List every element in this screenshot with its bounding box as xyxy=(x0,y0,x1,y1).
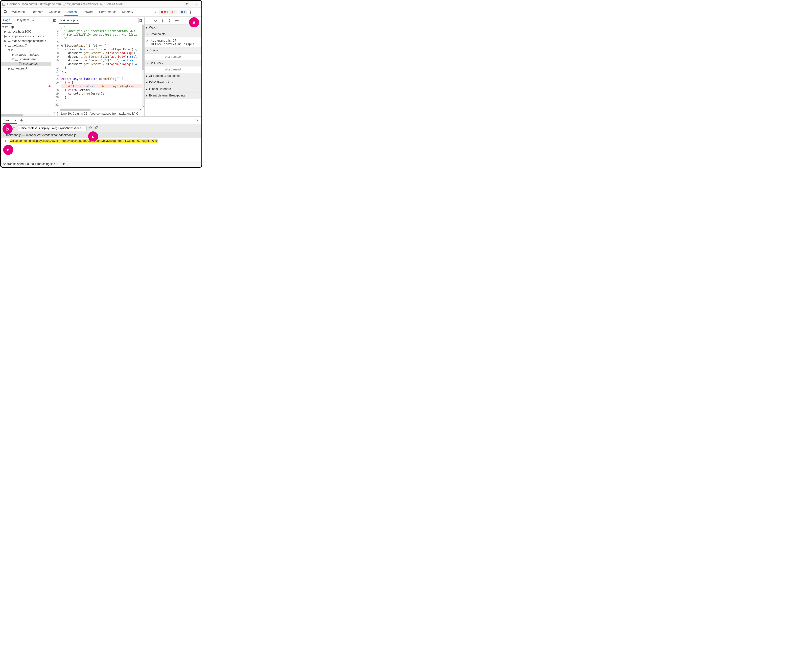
drawer-close-button[interactable]: × xyxy=(195,118,200,123)
breakpoint-checkbox[interactable]: ✓ xyxy=(146,39,149,42)
editor-hscrollbar[interactable]: ◀ ▶ xyxy=(60,108,142,111)
drawer-tab-close[interactable]: × xyxy=(14,119,16,122)
cloud-icon: ☁ xyxy=(8,39,11,43)
search-toolbar: Aa .* xyxy=(1,124,201,132)
search-input[interactable] xyxy=(18,126,87,131)
folder-icon xyxy=(15,53,18,56)
step-button[interactable] xyxy=(174,18,179,23)
file-tab-close-button[interactable]: × xyxy=(76,19,78,22)
window-title: DevTools - localhost:3000/taskpane.html?… xyxy=(7,2,172,6)
sourcemap-info: (source mapped from taskpane.js) C xyxy=(89,112,138,115)
global-label: Global Listeners xyxy=(149,87,171,91)
search-result-file[interactable]: ▼taskpane.js — webpack:///./src/taskpane… xyxy=(1,132,201,138)
tab-performance[interactable]: Performance xyxy=(96,8,119,16)
file-tabstrip: taskpane.js × xyxy=(51,17,144,24)
tree-src-taskpane[interactable]: ▼src/taskpane xyxy=(1,57,51,62)
editor-vscrollbar[interactable]: ▲ ▼ xyxy=(142,24,144,108)
file-tab-taskpane[interactable]: taskpane.js × xyxy=(58,17,80,24)
search-result-line[interactable]: 17 Office.context.ui.displayDialogAsync(… xyxy=(1,138,201,144)
file-tree[interactable]: ▼top ▶☁localhost:3000 ▶☁appsforoffice.mi… xyxy=(1,24,51,114)
tree-host-1[interactable]: ▶☁appsforoffice.microsoft.c xyxy=(1,34,51,39)
step-out-button[interactable] xyxy=(167,18,172,23)
callstack-not-paused: Not paused xyxy=(145,66,201,72)
search-result-file-label: taskpane.js — webpack:///./src/taskpane/… xyxy=(6,133,76,137)
window-minimize-button[interactable] xyxy=(174,1,182,8)
step-over-button[interactable] xyxy=(153,18,158,23)
global-pane-header[interactable]: ▶Global Listeners xyxy=(145,86,201,92)
tree-node-modules[interactable]: ▶node_modules xyxy=(1,52,51,57)
svg-point-27 xyxy=(155,21,156,22)
annotation-b: b xyxy=(3,124,13,134)
warnings-badge[interactable]: 1 xyxy=(170,10,177,14)
tabs-overflow-button[interactable]: » xyxy=(154,10,158,14)
refresh-search-button[interactable] xyxy=(89,126,93,131)
pause-button[interactable] xyxy=(146,18,151,23)
step-into-button[interactable] xyxy=(160,18,165,23)
tab-sources[interactable]: Sources xyxy=(63,8,79,16)
nav-tabs-overflow[interactable]: » xyxy=(32,19,34,22)
clear-search-button[interactable] xyxy=(95,126,99,131)
tab-elements[interactable]: Elements xyxy=(28,8,46,16)
cursor-position: Line 19, Column 26 xyxy=(61,112,87,115)
folder-icon xyxy=(11,67,15,70)
info-badge[interactable]: 1 xyxy=(179,10,187,14)
nav-tab-page[interactable]: Page xyxy=(2,17,12,24)
xhr-pane-header[interactable]: ▶XHR/fetch Breakpoints xyxy=(145,72,201,79)
tree-webpack[interactable]: ▼☁webpack:// xyxy=(1,43,51,48)
scope-pane-header[interactable]: ▼Scope xyxy=(145,47,201,54)
errors-badge[interactable]: 1 xyxy=(159,10,170,14)
svg-point-15 xyxy=(198,12,198,12)
errors-count: 1 xyxy=(167,10,169,14)
tab-memory[interactable]: Memory xyxy=(120,8,136,16)
drawer-tab-search[interactable]: Search × xyxy=(3,117,17,123)
svg-point-33 xyxy=(178,20,179,21)
toggle-debugger-button[interactable] xyxy=(138,18,143,23)
drawer-add-tab-button[interactable]: + xyxy=(19,118,24,123)
tree-host-2[interactable]: ▶☁static2.sharepointonline.c xyxy=(1,39,51,43)
callstack-pane-header[interactable]: ▼Call Stack xyxy=(145,60,201,66)
tree-dot-label: . xyxy=(15,48,17,52)
editor-panel: taskpane.js × 12345678910111213141516171… xyxy=(51,17,144,116)
cloud-icon: ☁ xyxy=(8,30,11,33)
tree-webpack-folder[interactable]: ▶webpack xyxy=(1,66,51,71)
mapped-file-link[interactable]: taskpane.js xyxy=(119,112,135,115)
tree-taskpane-js[interactable]: taskpane.js xyxy=(1,62,51,66)
window-maximize-button[interactable] xyxy=(183,1,191,8)
code-area[interactable]: /* * Copyright (c) Microsoft Corporation… xyxy=(60,24,142,108)
toggle-navigator-button[interactable] xyxy=(52,18,57,23)
file-tab-label: taskpane.js xyxy=(60,19,75,22)
annotation-d: d xyxy=(3,145,13,155)
tab-console[interactable]: Console xyxy=(46,8,62,16)
nav-more-button[interactable] xyxy=(44,17,50,23)
breakpoint-item[interactable]: ✓ taskpane.js:17 Office.context.ui.displ… xyxy=(145,37,201,47)
annotation-a: a xyxy=(189,17,199,27)
tree-host-0[interactable]: ▶☁localhost:3000 xyxy=(1,29,51,34)
window-close-button[interactable] xyxy=(193,1,201,8)
line-gutter[interactable]: 12345678910111213141516171819202122 xyxy=(51,24,60,108)
breakpoints-pane-header[interactable]: ▼Breakpoints xyxy=(145,31,201,37)
tree-webpack-label: webpack:// xyxy=(12,44,26,47)
navigator-hscrollbar[interactable] xyxy=(1,114,51,116)
pretty-print-button[interactable]: { } xyxy=(53,112,59,116)
tree-top[interactable]: ▼top xyxy=(1,25,51,29)
svg-point-17 xyxy=(47,20,47,20)
dom-pane-header[interactable]: ▶DOM Breakpoints xyxy=(145,79,201,86)
inspect-element-button[interactable] xyxy=(2,9,9,15)
scope-label: Scope xyxy=(150,49,158,52)
tree-dot[interactable]: ▼. xyxy=(1,48,51,52)
tab-welcome[interactable]: Welcome xyxy=(10,8,27,16)
navigator-tabs: Page Filesystem » xyxy=(1,17,51,24)
event-pane-header[interactable]: ▶Event Listener Breakpoints xyxy=(145,92,201,99)
tree-host-2-label: static2.sharepointonline.c xyxy=(12,39,46,43)
navigator-panel: Page Filesystem » ▼top ▶☁localhost:3000 … xyxy=(1,17,51,116)
code-editor[interactable]: 12345678910111213141516171819202122 /* *… xyxy=(51,24,144,108)
warnings-count: 1 xyxy=(174,10,176,14)
settings-button[interactable] xyxy=(187,9,193,15)
nav-tab-filesystem[interactable]: Filesystem xyxy=(13,17,30,24)
more-menu-button[interactable] xyxy=(194,9,200,15)
svg-rect-22 xyxy=(54,19,54,22)
tab-network[interactable]: Network xyxy=(80,8,96,16)
frame-icon xyxy=(5,25,8,29)
folder-icon xyxy=(15,58,18,61)
svg-point-12 xyxy=(190,12,191,13)
